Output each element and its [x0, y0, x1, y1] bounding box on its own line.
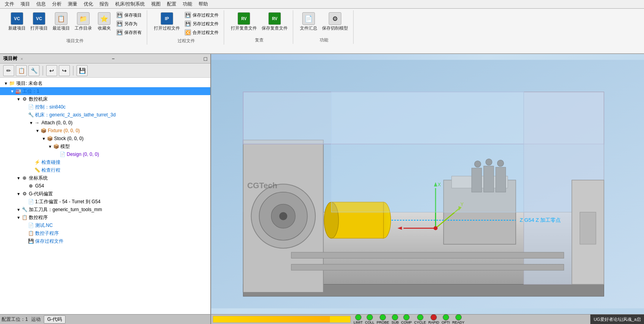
menu-optimize[interactable]: 优化 — [80, 0, 96, 8]
tree-node[interactable]: ▼📋数控程序 — [0, 214, 210, 221]
tree-node[interactable]: 📄Design (0, 0, 0) — [0, 150, 210, 158]
tree-node-icon: 📋 — [28, 230, 34, 236]
tree-node-icon: 📦 — [53, 143, 59, 150]
tree-node-label: 数控机床 — [29, 96, 48, 103]
menu-function[interactable]: 功能 — [180, 0, 195, 8]
favorites-button[interactable]: ⭐ 收藏夹 — [95, 11, 114, 32]
panel-maximize[interactable]: □ — [204, 56, 207, 62]
tree-toggle[interactable]: ▼ — [16, 215, 21, 220]
menu-view[interactable]: 视图 — [148, 0, 164, 8]
favorites-icon: ⭐ — [98, 12, 110, 25]
ribbon-buttons-large: VC 新建项目 VC 打开项目 📋 最近项目 📁 工作目录 ⭐ 收藏夹 — [6, 11, 144, 36]
panel-toolbar: ✏ 📋 🔧 ↩ ↪ 💾 — [0, 64, 210, 78]
ptb-undo-btn[interactable]: ↩ — [46, 65, 57, 76]
status-indicator-sub: SUB — [391, 314, 399, 324]
tree-node[interactable]: ▼📁项目: 未命名 — [0, 79, 210, 87]
tree-toggle[interactable]: ▼ — [41, 137, 47, 141]
ribbon-col-save: 💾 保存项目 💾 另存为 💾 保存所有 — [114, 11, 144, 36]
statusbar-right: LIMITCOLLPROBESUBCOMPCYCLERAPIDOPTIREADY… — [211, 315, 644, 324]
ptb-redo-btn[interactable]: ↪ — [59, 65, 70, 76]
tree-node-label: G-代码偏置 — [29, 191, 53, 197]
tree-toggle[interactable]: ▼ — [28, 121, 34, 125]
merge-process-label: 合并过程文件 — [193, 30, 219, 36]
tree-toggle[interactable]: ▼ — [9, 89, 15, 94]
ribbon-group-label-function: 功能 — [320, 36, 328, 43]
tree-toggle[interactable]: ▼ — [47, 144, 53, 149]
save-project-button[interactable]: 💾 保存项目 — [114, 11, 144, 19]
menu-project[interactable]: 项目 — [17, 0, 33, 8]
menu-report[interactable]: 报告 — [96, 0, 112, 8]
save-as-process-button[interactable]: 💾 另存过程文件 — [183, 20, 221, 28]
ptb-edit-btn[interactable]: ✏ — [3, 65, 14, 76]
tree-node[interactable]: ▼📦模型 — [0, 142, 210, 150]
open-project-label: 打开项目 — [30, 26, 48, 31]
tree-node-label: 项目: 未命名 — [16, 80, 43, 87]
menu-help[interactable]: 帮助 — [195, 0, 211, 8]
tree-node-label: Design (0, 0, 0) — [67, 152, 99, 157]
tree-node[interactable]: ▼⚙数控机床 — [0, 95, 210, 103]
tree-toggle[interactable]: ▼ — [16, 176, 21, 180]
new-project-button[interactable]: VC 新建项目 — [6, 11, 28, 32]
tree-toggle[interactable]: ▼ — [16, 192, 21, 196]
tree-node[interactable]: 📋数控子程序 — [0, 229, 210, 237]
ptb-settings-btn[interactable]: 🔧 — [28, 65, 39, 76]
tree-toggle[interactable]: ▼ — [3, 81, 9, 86]
file-summary-button[interactable]: 📄 文件汇总 — [298, 11, 319, 32]
tree-node[interactable]: 📄控制：sin840c — [0, 103, 210, 111]
viewport[interactable]: Z G54 Z 加工零点 X Y CGTech — [211, 54, 644, 314]
tree-node[interactable]: ▼🏭工位：1 — [0, 87, 210, 95]
tree-node[interactable]: ▼⚙G-代码偏置 — [0, 190, 210, 198]
recent-project-button[interactable]: 📋 最近项目 — [51, 11, 72, 32]
open-process-file-icon: IP — [161, 12, 173, 25]
open-review-button[interactable]: RV 打开复查文件 — [229, 11, 259, 32]
tree-node[interactable]: ▼🔧加工刀具：generic_turn_tools_mm — [0, 206, 210, 214]
menu-file[interactable]: 文件 — [2, 0, 17, 8]
open-project-button[interactable]: VC 打开项目 — [28, 11, 50, 32]
tree-node-label: 检查碰撞 — [41, 159, 60, 166]
status-indicator-label: PROBE — [377, 320, 389, 324]
tree-node[interactable]: 🔧机床：generic_2_axis_lathe_turret_3d — [0, 111, 210, 119]
tree-node[interactable]: 📏检查行程 — [0, 166, 210, 174]
save-all-button[interactable]: 💾 保存所有 — [114, 28, 144, 36]
menu-info[interactable]: 信息 — [33, 0, 49, 8]
open-process-file-label: 打开过程文件 — [154, 26, 180, 31]
merge-process-button[interactable]: 🔀 合并过程文件 — [183, 28, 221, 36]
tree-node[interactable]: 📄1:工作偏置 - 54 - Turret 到 G54 — [0, 198, 210, 206]
tree-node[interactable]: 💾保存过程文件 — [0, 237, 210, 245]
panel-title: 项目树 — [3, 55, 17, 62]
menu-machine[interactable]: 机床/控制系统 — [112, 0, 148, 8]
ptb-save-btn[interactable]: 💾 — [77, 65, 88, 76]
tree-toggle[interactable]: ▼ — [35, 129, 40, 133]
tree-node[interactable]: ▼📦Stock (0, 0, 0) — [0, 135, 210, 142]
save-review-button[interactable]: RV 保存复查文件 — [260, 11, 290, 32]
tree-node-label: 测试.NC — [35, 222, 53, 229]
tree-node[interactable]: ⊕G54 — [0, 182, 210, 190]
ptb-copy-btn[interactable]: 📋 — [16, 65, 27, 76]
work-dir-button[interactable]: 📁 工作目录 — [73, 11, 94, 32]
new-project-label: 新建项目 — [8, 26, 26, 31]
panel-minimize[interactable]: － — [110, 55, 116, 62]
ribbon: VC 新建项目 VC 打开项目 📋 最近项目 📁 工作目录 ⭐ 收藏夹 — [0, 9, 644, 54]
status-indicator-ready: READY — [452, 314, 464, 324]
tree-node[interactable]: 📄测试.NC — [0, 221, 210, 229]
tree-toggle[interactable]: ▼ — [16, 208, 21, 212]
menu-analyze[interactable]: 分析 — [49, 0, 65, 8]
bottom-right-text: UG爱好者论坛|风魂_a启 — [590, 315, 644, 324]
menu-config[interactable]: 配置 — [164, 0, 180, 8]
tree-node-icon: 💾 — [28, 238, 34, 244]
tree-node-icon: 🔧 — [21, 206, 28, 213]
save-as-button[interactable]: 💾 另存为 — [114, 20, 144, 28]
tree-node[interactable]: ▼⊕坐标系统 — [0, 174, 210, 182]
status-indicator-label: READY — [452, 320, 464, 324]
tree-node[interactable]: ▼→Attach (0, 0, 0) — [0, 119, 210, 127]
save-cut-model-button[interactable]: ⚙ 保存切削模型 — [320, 11, 350, 32]
menu-measure[interactable]: 测量 — [65, 0, 80, 8]
tree-node[interactable]: ▼📦Fixture (0, 0, 0) — [0, 127, 210, 135]
open-process-file-button[interactable]: IP 打开过程文件 — [152, 11, 182, 32]
tree-toggle[interactable]: ▼ — [16, 97, 21, 101]
save-process-button[interactable]: 💾 保存过程文件 — [183, 11, 221, 19]
gcode-button[interactable]: G-代码 — [44, 315, 66, 324]
tree-node-icon: ⚙ — [21, 191, 28, 197]
tree-node[interactable]: ⚡检查碰撞 — [0, 158, 210, 166]
svg-point-31 — [434, 226, 438, 230]
